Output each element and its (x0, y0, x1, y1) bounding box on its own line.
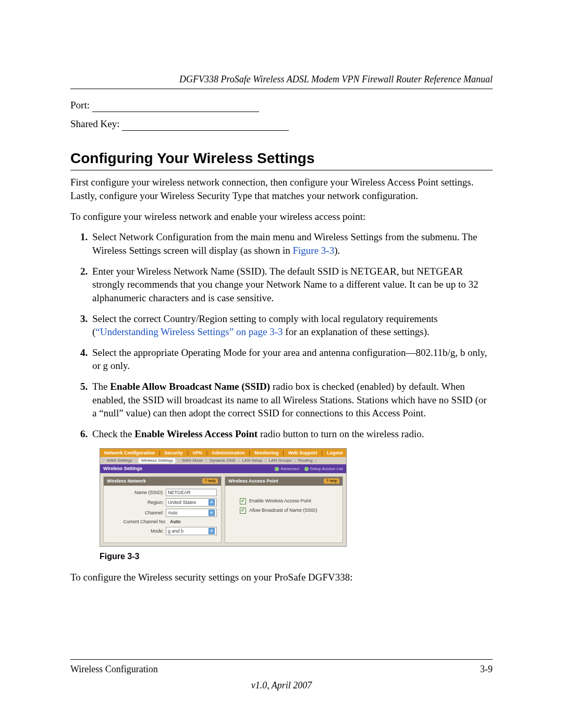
section-heading: Configuring Your Wireless Settings (70, 149, 493, 168)
ss-title: Wireless Settings (103, 466, 142, 472)
menu-vpn[interactable]: VPN (190, 450, 204, 456)
mode-select[interactable]: g and b▾ (166, 527, 217, 535)
footer-left: Wireless Configuration (70, 663, 158, 675)
panel-wireless-ap: Wireless Access Point ? help ✓ Enable Wi… (225, 476, 343, 543)
ss-body: Wireless Network ? help Name (SSID): NET… (100, 473, 346, 546)
page: DGFV338 ProSafe Wireless ADSL Modem VPN … (0, 0, 563, 728)
link-setup-access-list[interactable]: Setup Access List (304, 466, 343, 472)
section-rule (70, 170, 493, 170)
enable-ap-checkbox[interactable]: ✓ Enable Wireless Access Point (229, 498, 338, 504)
checkbox-icon: ✓ (240, 508, 246, 514)
sharedkey-blank[interactable] (122, 120, 289, 131)
step-4: Select the appropriate Operating Mode fo… (90, 346, 493, 373)
wireless-settings-screenshot: Network Configuration| Security| VPN| Ad… (100, 448, 347, 547)
footer-page-number: 3-9 (480, 663, 493, 675)
broadcast-ssid-checkbox[interactable]: ✓ Allow Broadcast of Name (SSID) (229, 508, 338, 514)
curchan-label: Current Channel No: (108, 519, 166, 525)
menu-monitoring[interactable]: Monitoring (252, 450, 281, 456)
step-1: Select Network Configuration from the ma… (90, 230, 493, 257)
step-5-text-a: The (92, 381, 110, 392)
curchan-value: Auto (168, 519, 217, 525)
panel-left-help[interactable]: ? help (202, 478, 218, 484)
sub-wireless-settings[interactable]: Wireless Settings (139, 458, 175, 463)
sharedkey-label: Shared Key: (70, 117, 122, 131)
panel-left-title: Wireless Network (107, 478, 146, 484)
step-6-bold: Enable Wireless Access Point (134, 428, 258, 439)
footer-rule (70, 659, 493, 660)
mode-label: Mode: (108, 528, 164, 534)
header-rule (70, 89, 493, 89)
panel-right-help[interactable]: ? help (324, 478, 339, 484)
step-1-text-b: ). (334, 245, 340, 256)
link-advanced[interactable]: Advanced (275, 466, 299, 472)
sub-lan-groups[interactable]: LAN Groups (269, 458, 292, 463)
panel-right-title: Wireless Access Point (228, 478, 278, 484)
region-label: Region: (108, 500, 164, 505)
port-label: Port: (70, 98, 92, 112)
channel-select[interactable]: Auto▾ (166, 509, 217, 517)
port-blank[interactable] (92, 102, 259, 112)
figure-link[interactable]: Figure 3-3 (292, 245, 334, 256)
footer-version: v1.0, April 2007 (70, 679, 493, 692)
step-1-text-a: Select Network Configuration from the ma… (92, 231, 477, 256)
step-6-text-a: Check the (92, 428, 134, 439)
figure-caption: Figure 3-3 (100, 551, 493, 562)
sub-lan-setup[interactable]: LAN Setup (242, 458, 262, 463)
chevron-down-icon: ▾ (209, 510, 215, 516)
region-select[interactable]: United States▾ (166, 498, 217, 507)
panel-wireless-network: Wireless Network ? help Name (SSID): NET… (103, 476, 222, 543)
step-6-text-b: radio button to turn on the wireless rad… (258, 428, 424, 439)
running-header: DGFV338 ProSafe Wireless ADSL Modem VPN … (70, 73, 493, 85)
checkbox-icon: ✓ (240, 498, 246, 504)
outro-paragraph: To configure the Wireless security setti… (70, 571, 493, 584)
step-6: Check the Enable Wireless Access Point r… (90, 427, 493, 441)
menu-security[interactable]: Security (162, 450, 185, 456)
menu-administration[interactable]: Administration (210, 450, 247, 456)
sub-wan-settings[interactable]: WAN Settings (106, 458, 132, 463)
chevron-down-icon: ▾ (209, 499, 215, 505)
ssid-input[interactable]: NETGEAR (166, 489, 217, 497)
intro-paragraph-2: To configure your wireless network and e… (70, 210, 493, 224)
understanding-settings-link[interactable]: “Understanding Wireless Settings” on pag… (95, 326, 283, 337)
page-footer: Wireless Configuration 3-9 v1.0, April 2… (70, 657, 493, 692)
sub-routing[interactable]: Routing (298, 458, 313, 463)
sub-wan-mode[interactable]: WAN Mode (182, 458, 203, 463)
step-2: Enter your Wireless Network Name (SSID).… (90, 265, 493, 305)
step-3-text-b: for an explanation of these settings). (283, 326, 430, 337)
ss-top-menu: Network Configuration| Security| VPN| Ad… (100, 449, 346, 458)
ssid-label: Name (SSID): (108, 490, 164, 496)
chevron-down-icon: ▾ (209, 528, 215, 534)
sharedkey-line: Shared Key: (70, 117, 493, 131)
intro-paragraph-1: First configure your wireless network co… (70, 176, 493, 202)
broadcast-ssid-label: Allow Broadcast of Name (SSID) (249, 508, 317, 513)
menu-network-config[interactable]: Network Configuration (102, 450, 157, 456)
ss-title-bar: Wireless Settings Advanced Setup Access … (100, 464, 346, 473)
step-5-bold: Enable Allow Broadcast Name (SSID) (110, 381, 270, 392)
port-line: Port: (70, 98, 493, 112)
step-5: The Enable Allow Broadcast Name (SSID) r… (90, 380, 493, 420)
ss-sub-menu: :: WAN Settings:: Wireless Settings:: WA… (100, 457, 346, 464)
step-3: Select the correct Country/Region settin… (90, 312, 493, 339)
steps-list: Select Network Configuration from the ma… (70, 230, 493, 440)
sub-dynamic-dns[interactable]: Dynamic DNS (210, 458, 236, 463)
menu-web-support[interactable]: Web Support (286, 450, 320, 456)
menu-logout[interactable]: Logout (325, 450, 345, 456)
channel-label: Channel: (108, 510, 164, 516)
enable-ap-label: Enable Wireless Access Point (249, 498, 311, 504)
